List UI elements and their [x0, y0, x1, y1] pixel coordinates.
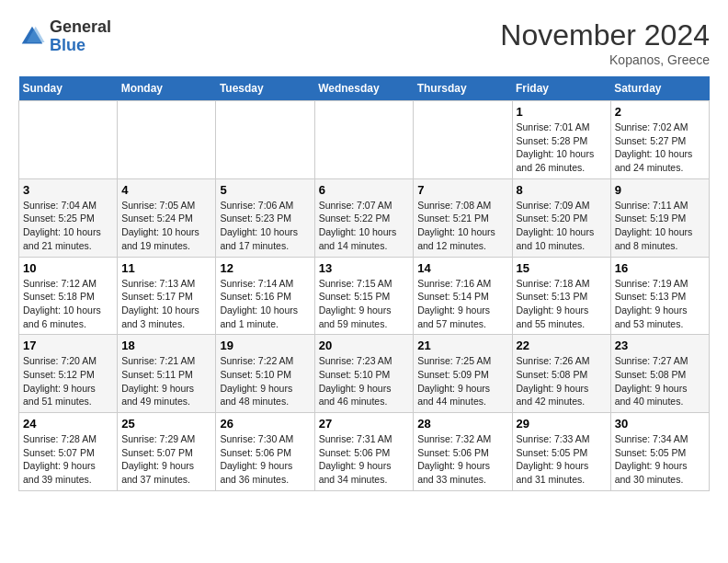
calendar-cell — [19, 101, 118, 179]
calendar-cell: 23Sunrise: 7:27 AM Sunset: 5:08 PM Dayli… — [610, 335, 709, 413]
calendar-cell: 11Sunrise: 7:13 AM Sunset: 5:17 PM Dayli… — [118, 257, 216, 335]
logo-general: General — [50, 17, 111, 36]
calendar-cell: 22Sunrise: 7:26 AM Sunset: 5:08 PM Dayli… — [512, 335, 610, 413]
calendar-cell: 26Sunrise: 7:30 AM Sunset: 5:06 PM Dayli… — [216, 413, 314, 491]
day-info: Sunrise: 7:04 AM Sunset: 5:25 PM Dayligh… — [23, 199, 113, 253]
day-number: 1 — [517, 105, 607, 119]
day-number: 10 — [23, 261, 113, 275]
calendar-week-row: 3Sunrise: 7:04 AM Sunset: 5:25 PM Daylig… — [19, 178, 710, 257]
day-number: 9 — [615, 183, 705, 197]
day-info: Sunrise: 7:15 AM Sunset: 5:15 PM Dayligh… — [319, 277, 410, 331]
day-info: Sunrise: 7:13 AM Sunset: 5:17 PM Dayligh… — [121, 277, 211, 331]
calendar-week-row: 10Sunrise: 7:12 AM Sunset: 5:18 PM Dayli… — [19, 257, 710, 335]
calendar-cell — [118, 101, 216, 179]
calendar-cell: 7Sunrise: 7:08 AM Sunset: 5:21 PM Daylig… — [414, 178, 512, 257]
day-number: 16 — [615, 261, 705, 275]
day-number: 26 — [220, 417, 310, 431]
day-info: Sunrise: 7:27 AM Sunset: 5:08 PM Dayligh… — [615, 354, 705, 408]
calendar-cell: 6Sunrise: 7:07 AM Sunset: 5:22 PM Daylig… — [314, 178, 414, 257]
day-info: Sunrise: 7:32 AM Sunset: 5:06 PM Dayligh… — [417, 432, 507, 487]
calendar-cell: 24Sunrise: 7:28 AM Sunset: 5:07 PM Dayli… — [19, 413, 118, 491]
day-number: 13 — [319, 261, 410, 275]
weekday-header: Friday — [512, 76, 610, 101]
day-info: Sunrise: 7:31 AM Sunset: 5:06 PM Dayligh… — [319, 432, 410, 487]
month-title: November 2024 — [500, 18, 710, 52]
day-number: 18 — [121, 339, 211, 352]
day-number: 4 — [121, 183, 211, 197]
calendar-cell: 2Sunrise: 7:02 AM Sunset: 5:27 PM Daylig… — [610, 101, 709, 179]
logo-icon — [18, 23, 46, 51]
calendar-cell: 8Sunrise: 7:09 AM Sunset: 5:20 PM Daylig… — [512, 178, 610, 257]
day-number: 17 — [23, 339, 113, 352]
day-number: 24 — [23, 417, 113, 431]
day-number: 7 — [417, 183, 507, 197]
header: General Blue November 2024 Kopanos, Gree… — [18, 18, 710, 67]
day-number: 23 — [615, 339, 705, 352]
calendar-cell: 27Sunrise: 7:31 AM Sunset: 5:06 PM Dayli… — [314, 413, 414, 491]
weekday-header: Saturday — [610, 76, 709, 101]
weekday-header: Monday — [118, 76, 216, 101]
day-number: 25 — [121, 417, 211, 431]
calendar-cell: 12Sunrise: 7:14 AM Sunset: 5:16 PM Dayli… — [216, 257, 314, 335]
calendar-cell: 17Sunrise: 7:20 AM Sunset: 5:12 PM Dayli… — [19, 335, 118, 413]
calendar-cell: 29Sunrise: 7:33 AM Sunset: 5:05 PM Dayli… — [512, 413, 610, 491]
calendar-cell: 30Sunrise: 7:34 AM Sunset: 5:05 PM Dayli… — [610, 413, 709, 491]
day-number: 28 — [417, 417, 507, 431]
calendar-cell: 5Sunrise: 7:06 AM Sunset: 5:23 PM Daylig… — [216, 178, 314, 257]
day-info: Sunrise: 7:22 AM Sunset: 5:10 PM Dayligh… — [220, 354, 310, 408]
day-info: Sunrise: 7:18 AM Sunset: 5:13 PM Dayligh… — [517, 277, 607, 331]
calendar-cell: 18Sunrise: 7:21 AM Sunset: 5:11 PM Dayli… — [118, 335, 216, 413]
calendar-cell — [414, 101, 512, 179]
calendar-cell: 14Sunrise: 7:16 AM Sunset: 5:14 PM Dayli… — [414, 257, 512, 335]
day-number: 27 — [319, 417, 410, 431]
calendar-cell: 25Sunrise: 7:29 AM Sunset: 5:07 PM Dayli… — [118, 413, 216, 491]
logo: General Blue — [18, 18, 111, 55]
calendar-cell — [216, 101, 314, 179]
calendar-cell: 9Sunrise: 7:11 AM Sunset: 5:19 PM Daylig… — [610, 178, 709, 257]
day-number: 3 — [23, 183, 113, 197]
day-number: 21 — [417, 339, 507, 352]
logo-text: General Blue — [50, 18, 111, 55]
day-number: 8 — [517, 183, 607, 197]
calendar-cell: 21Sunrise: 7:25 AM Sunset: 5:09 PM Dayli… — [414, 335, 512, 413]
calendar-cell: 16Sunrise: 7:19 AM Sunset: 5:13 PM Dayli… — [610, 257, 709, 335]
day-info: Sunrise: 7:09 AM Sunset: 5:20 PM Dayligh… — [517, 199, 607, 253]
calendar-cell — [314, 101, 414, 179]
day-number: 11 — [121, 261, 211, 275]
weekday-header: Wednesday — [314, 76, 414, 101]
weekday-header-row: SundayMondayTuesdayWednesdayThursdayFrid… — [19, 76, 710, 101]
day-number: 29 — [517, 417, 607, 431]
day-number: 14 — [417, 261, 507, 275]
weekday-header: Thursday — [414, 76, 512, 101]
calendar-cell: 3Sunrise: 7:04 AM Sunset: 5:25 PM Daylig… — [19, 178, 118, 257]
calendar-week-row: 17Sunrise: 7:20 AM Sunset: 5:12 PM Dayli… — [19, 335, 710, 413]
day-info: Sunrise: 7:33 AM Sunset: 5:05 PM Dayligh… — [517, 432, 607, 487]
logo-blue: Blue — [50, 36, 85, 54]
day-info: Sunrise: 7:23 AM Sunset: 5:10 PM Dayligh… — [319, 354, 410, 408]
calendar-week-row: 24Sunrise: 7:28 AM Sunset: 5:07 PM Dayli… — [19, 413, 710, 491]
day-info: Sunrise: 7:01 AM Sunset: 5:28 PM Dayligh… — [517, 121, 607, 175]
day-number: 5 — [220, 183, 310, 197]
title-area: November 2024 Kopanos, Greece — [500, 18, 710, 67]
weekday-header: Sunday — [19, 76, 118, 101]
calendar-cell: 10Sunrise: 7:12 AM Sunset: 5:18 PM Dayli… — [19, 257, 118, 335]
day-info: Sunrise: 7:11 AM Sunset: 5:19 PM Dayligh… — [615, 199, 705, 253]
calendar-cell: 15Sunrise: 7:18 AM Sunset: 5:13 PM Dayli… — [512, 257, 610, 335]
calendar-table: SundayMondayTuesdayWednesdayThursdayFrid… — [18, 76, 710, 491]
day-info: Sunrise: 7:25 AM Sunset: 5:09 PM Dayligh… — [417, 354, 507, 408]
calendar-week-row: 1Sunrise: 7:01 AM Sunset: 5:28 PM Daylig… — [19, 101, 710, 179]
day-number: 30 — [615, 417, 705, 431]
day-number: 15 — [517, 261, 607, 275]
day-info: Sunrise: 7:16 AM Sunset: 5:14 PM Dayligh… — [417, 277, 507, 331]
day-number: 22 — [517, 339, 607, 352]
day-number: 6 — [319, 183, 410, 197]
day-number: 20 — [319, 339, 410, 352]
day-info: Sunrise: 7:02 AM Sunset: 5:27 PM Dayligh… — [615, 121, 705, 175]
day-info: Sunrise: 7:08 AM Sunset: 5:21 PM Dayligh… — [417, 199, 507, 253]
day-number: 19 — [220, 339, 310, 352]
day-info: Sunrise: 7:12 AM Sunset: 5:18 PM Dayligh… — [23, 277, 113, 331]
day-number: 12 — [220, 261, 310, 275]
calendar-cell: 20Sunrise: 7:23 AM Sunset: 5:10 PM Dayli… — [314, 335, 414, 413]
day-info: Sunrise: 7:05 AM Sunset: 5:24 PM Dayligh… — [121, 199, 211, 253]
calendar-cell: 4Sunrise: 7:05 AM Sunset: 5:24 PM Daylig… — [118, 178, 216, 257]
